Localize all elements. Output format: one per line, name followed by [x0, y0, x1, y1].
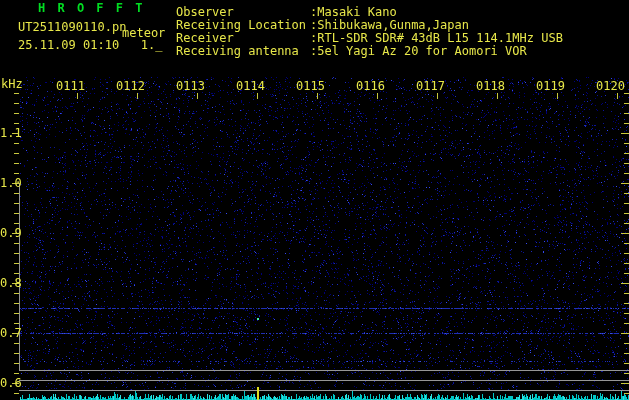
time-label-0114: 0114: [236, 80, 265, 93]
time-label-0115: 0115: [296, 80, 325, 93]
time-label-0117: 0117: [416, 80, 445, 93]
file-name: UT2511090110.pn: [18, 21, 126, 34]
meta-value-antenna: :5el Yagi Az 20 for Aomori VOR: [310, 45, 527, 58]
time-label-0119: 0119: [536, 80, 565, 93]
spectrogram-canvas: [0, 0, 629, 400]
freq-label-0.8: 0.8: [0, 277, 22, 290]
hrofft-screen: H R O F F T UT2511090110.pn meteor 25.11…: [0, 0, 629, 400]
time-label-0118: 0118: [476, 80, 505, 93]
time-label-0111: 0111: [56, 80, 85, 93]
freq-label-0.7: 0.7: [0, 327, 22, 340]
freq-label-1.1: 1.1: [0, 127, 22, 140]
freq-label-0.9: 0.9: [0, 227, 22, 240]
time-label-0116: 0116: [356, 80, 385, 93]
meta-label-antenna: Receiving antenna: [176, 45, 299, 58]
freq-label-1.0: 1.0: [0, 177, 22, 190]
time-label-0120: 0120: [596, 80, 625, 93]
freq-label-0.6: 0.6: [0, 377, 22, 390]
time-label-0113: 0113: [176, 80, 205, 93]
time-label-0112: 0112: [116, 80, 145, 93]
datetime-line: 25.11.09 01:10 1._: [18, 39, 163, 52]
y-axis-unit-label: kHz: [1, 78, 23, 91]
app-title: H R O F F T: [38, 2, 145, 15]
